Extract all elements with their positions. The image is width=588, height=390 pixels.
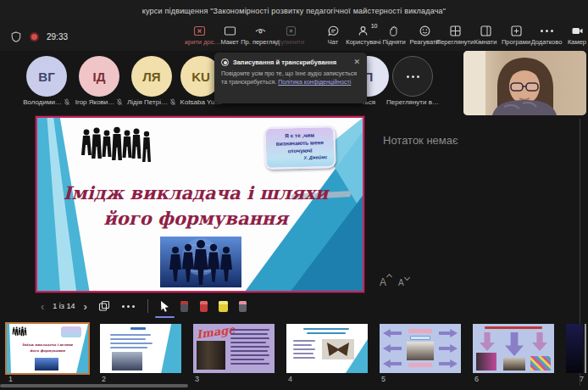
layout-button[interactable]: Макет — [215, 25, 244, 46]
thumb-decoration — [153, 324, 181, 373]
thumb-text — [230, 342, 266, 343]
thumb-text — [230, 359, 264, 360]
webcam-video — [463, 51, 586, 115]
participants-button[interactable]: 10 Користувачі — [349, 25, 378, 46]
thumb-arrow — [383, 344, 402, 353]
stop-presenting-button[interactable]: Закрити дос… — [185, 25, 214, 46]
thumbnail-number: 7 — [580, 375, 584, 383]
thumb-text — [230, 350, 268, 352]
previous-slide-button[interactable]: ‹ — [36, 300, 49, 313]
apps-plus-icon — [510, 25, 523, 37]
slide-thumbnail-3[interactable]: Image — [193, 324, 275, 373]
thumbnail-number: 4 — [288, 375, 292, 383]
thumbnail-number: 2 — [102, 375, 106, 383]
more-button[interactable]: Додатково — [532, 25, 561, 46]
meeting-title-bar: курси підвищення "Закономірності розвитк… — [0, 0, 588, 22]
thumb-image — [112, 352, 142, 370]
thumb-decoration — [7, 324, 11, 373]
people-crowd-image — [80, 126, 158, 165]
eraser-tool-button[interactable] — [233, 296, 252, 316]
apps-button[interactable]: Програми — [502, 25, 530, 46]
pen-tool-button[interactable] — [194, 296, 214, 316]
participant-tile[interactable]: ІД Ігор Якови… — [72, 51, 126, 106]
thumb-text — [230, 337, 269, 339]
mic-off-icon — [116, 98, 123, 106]
view-button[interactable]: Переглянути — [441, 25, 469, 46]
thumb-image — [322, 339, 354, 359]
participant-tile[interactable]: ВГ Володими… — [19, 51, 74, 106]
slide-nav-bar: ‹ 1 із 14 › — [36, 294, 364, 318]
slide-filmstrip: Імідж викладача і шляхи його формування … — [0, 320, 588, 390]
font-decrease-button[interactable]: A — [398, 278, 404, 290]
stop-button[interactable]: Зупинити — [276, 25, 305, 46]
smiley-icon — [419, 25, 431, 37]
notes-empty-text: Нотаток немає — [383, 134, 458, 147]
meeting-title: курси підвищення "Закономірності розвитк… — [142, 7, 446, 15]
filmstrip-scrollbar[interactable] — [0, 384, 188, 387]
thumb-crowd-image — [12, 326, 34, 337]
highlighter-tool-button[interactable] — [214, 296, 233, 316]
thumbnail-number: 5 — [381, 375, 386, 383]
highlighter-icon — [219, 301, 228, 312]
eraser-icon — [239, 301, 247, 312]
rooms-button[interactable]: Кімнати — [471, 25, 500, 46]
font-increase-button[interactable]: A — [380, 276, 386, 288]
participants-count-badge: 10 — [371, 23, 378, 29]
thumb-text — [110, 347, 147, 348]
thumb-text — [230, 363, 269, 365]
thumb-title: його формування — [14, 348, 81, 353]
thumb-image — [35, 358, 58, 370]
thumb-arrow — [505, 332, 524, 356]
react-button[interactable]: Реагувати — [410, 25, 439, 46]
slide-thumbnail-6[interactable] — [473, 324, 554, 373]
presentation-slide: Я є те ,чим визначають мене оточуючі У. … — [36, 116, 364, 292]
avatar: ВГ — [26, 56, 67, 97]
business-people-image — [160, 237, 241, 287]
thumb-text — [130, 327, 146, 330]
thumb-text — [410, 336, 430, 340]
thumb-text — [303, 328, 349, 330]
notes-font-controls: A A — [380, 276, 404, 288]
slide-more-button[interactable] — [116, 305, 141, 308]
thumb-text — [110, 343, 153, 344]
cursor-tool-button[interactable] — [155, 296, 175, 316]
thumbnail-number: 6 — [474, 375, 479, 383]
webcam-tile[interactable] — [463, 51, 586, 115]
more-dots-icon — [122, 305, 135, 308]
participants-icon — [358, 25, 370, 37]
privacy-policy-link[interactable]: Політика конфіденційності — [278, 79, 351, 85]
quote-author: У. Джеймс — [266, 154, 334, 161]
slide-thumbnail-5[interactable] — [380, 324, 461, 373]
slide-thumbnail-1[interactable]: Імідж викладача і шляхи його формування — [7, 324, 88, 373]
thumb-text — [230, 346, 269, 348]
recording-notification: Записування й транскрибування ✕ Повідомт… — [214, 53, 367, 103]
thumbnail-number: 1 — [8, 375, 13, 383]
thumb-text — [485, 326, 542, 329]
participants-overflow-button[interactable]: Переглянути в… — [386, 51, 440, 106]
grid-view-icon — [449, 25, 462, 37]
avatar: ІД — [79, 56, 119, 97]
participant-tile[interactable]: ЛЯ Лідія Петрі… — [125, 51, 179, 106]
thumb-text — [293, 340, 315, 342]
thumb-text — [408, 329, 432, 333]
close-icon[interactable]: ✕ — [353, 58, 360, 66]
teams-meeting-window: курси підвищення "Закономірності розвитк… — [0, 0, 588, 390]
participant-name: Лідія Петрі… — [127, 98, 168, 106]
layout-icon — [224, 25, 236, 37]
next-slide-button[interactable]: › — [79, 300, 92, 313]
raise-hand-button[interactable]: Підняти — [380, 25, 408, 46]
slide-thumbnail-7[interactable] — [566, 324, 583, 373]
thumb-image — [476, 353, 496, 370]
thumbnail-number: 3 — [195, 375, 199, 383]
raise-hand-icon — [388, 25, 401, 37]
thumb-callout — [61, 326, 81, 337]
thumb-image — [407, 342, 434, 360]
slide-thumbnail-4[interactable] — [286, 324, 368, 373]
thumb-image — [530, 356, 551, 370]
slide-thumbnail-2[interactable] — [100, 324, 181, 373]
private-view-button[interactable]: Пр. перегляд — [246, 25, 275, 46]
chat-button[interactable]: Чат — [319, 25, 347, 46]
laser-pointer-tool-button[interactable] — [175, 296, 194, 316]
camera-button[interactable]: Камер — [563, 25, 588, 46]
slide-grid-button[interactable] — [92, 300, 116, 312]
